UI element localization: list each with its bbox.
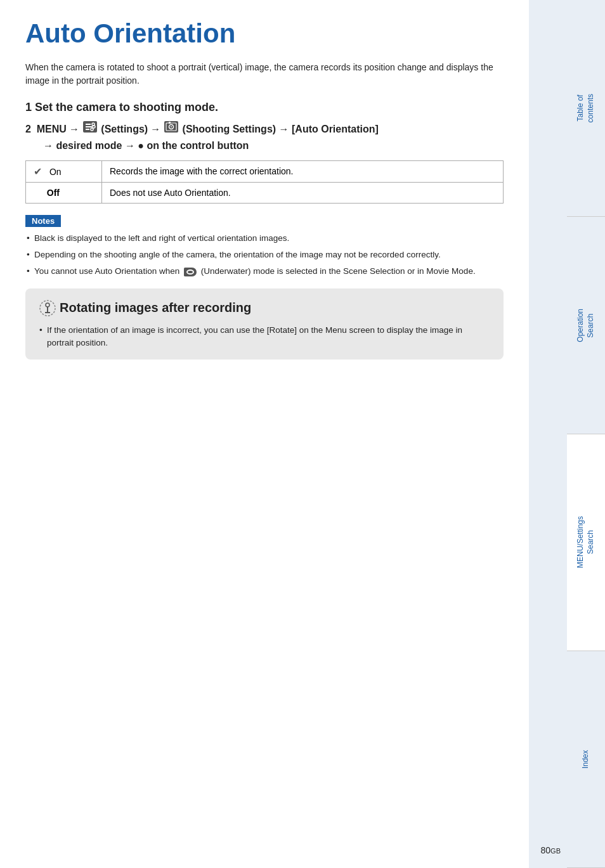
step-1: 1 Set the camera to shooting mode. bbox=[25, 99, 504, 116]
option-on-cell: ✔ On bbox=[26, 160, 102, 182]
sidebar-tab-menu[interactable]: MENU/SettingsSearch bbox=[567, 434, 605, 651]
sidebar-tab-operation-label: OperationSearch bbox=[576, 304, 595, 347]
tip-item: If the orientation of an image is incorr… bbox=[38, 324, 491, 350]
table-row: ✔ On Records the image with the correct … bbox=[26, 160, 504, 182]
option-on-description: Records the image with the correct orien… bbox=[102, 160, 504, 182]
step-2-sub: → desired mode → ● on the control button bbox=[25, 140, 504, 152]
tip-icon bbox=[38, 299, 57, 318]
svg-rect-2 bbox=[86, 126, 92, 127]
settings-icon bbox=[83, 121, 97, 133]
sidebar-tab-index[interactable]: Index bbox=[567, 651, 605, 868]
table-row: Off Does not use Auto Orientation. bbox=[26, 182, 504, 203]
svg-point-13 bbox=[46, 303, 49, 307]
tip-title: Rotating images after recording bbox=[38, 299, 491, 318]
empty-check bbox=[34, 187, 39, 198]
svg-rect-3 bbox=[86, 129, 89, 130]
on-label: On bbox=[49, 167, 62, 177]
note-item: Black is displayed to the left and right… bbox=[25, 232, 504, 245]
off-label: Off bbox=[47, 188, 60, 198]
arrow-1: → bbox=[69, 121, 79, 138]
sidebar-tab-toc[interactable]: Table ofcontents bbox=[567, 0, 605, 217]
sidebar-tab-menu-label: MENU/SettingsSearch bbox=[576, 511, 595, 573]
step-2: 2 MENU → (Settings) → (Sh bbox=[25, 121, 504, 138]
sidebar-tab-operation[interactable]: OperationSearch bbox=[567, 217, 605, 434]
notes-section: Notes Black is displayed to the left and… bbox=[25, 215, 504, 278]
page-number-suffix: GB bbox=[550, 847, 561, 855]
shooting-settings-icon bbox=[164, 121, 178, 133]
svg-rect-1 bbox=[86, 124, 91, 125]
page-number: 80GB bbox=[541, 845, 561, 855]
tip-title-text: Rotating images after recording bbox=[60, 301, 251, 315]
page-number-value: 80 bbox=[541, 845, 551, 855]
option-off-cell: Off bbox=[26, 182, 102, 203]
tip-list: If the orientation of an image is incorr… bbox=[38, 324, 491, 350]
page-title: Auto Orientation bbox=[25, 19, 504, 48]
underwater-icon bbox=[184, 268, 197, 276]
note-item: Depending on the shooting angle of the c… bbox=[25, 249, 504, 261]
intro-paragraph: When the camera is rotated to shoot a po… bbox=[25, 61, 504, 87]
sidebar: Table ofcontents OperationSearch MENU/Se… bbox=[567, 0, 605, 868]
sidebar-tab-toc-label: Table ofcontents bbox=[576, 89, 595, 127]
checkmark-icon: ✔ bbox=[34, 166, 42, 177]
tip-section: Rotating images after recording If the o… bbox=[25, 288, 504, 360]
options-table: ✔ On Records the image with the correct … bbox=[25, 160, 504, 204]
arrow-2: → bbox=[150, 121, 160, 138]
step2-settings-label: (Settings) bbox=[98, 121, 148, 138]
note-item: You cannot use Auto Orientation when (Un… bbox=[25, 265, 504, 278]
step2-prefix: 2 MENU bbox=[25, 121, 67, 138]
sidebar-tab-index-label: Index bbox=[581, 745, 591, 774]
option-off-description: Does not use Auto Orientation. bbox=[102, 182, 504, 203]
svg-point-10 bbox=[171, 126, 172, 127]
notes-list: Black is displayed to the left and right… bbox=[25, 232, 504, 278]
step2-shooting-label: (Shooting Settings) → [Auto Orientation] bbox=[179, 121, 379, 138]
notes-header: Notes bbox=[25, 215, 61, 227]
svg-rect-11 bbox=[169, 122, 171, 124]
